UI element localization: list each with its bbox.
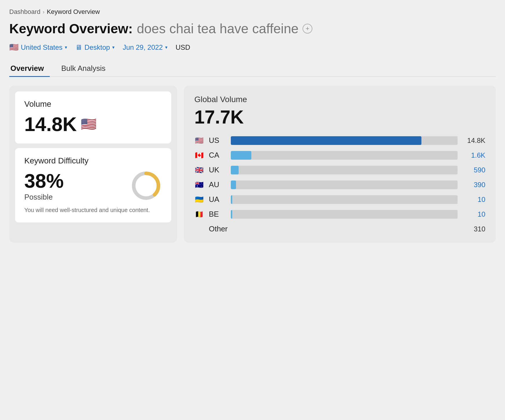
currency-display: USD bbox=[176, 43, 190, 51]
bar-row: 🇧🇪 BE 10 bbox=[194, 210, 485, 219]
bar-chart: 🇺🇸 US 14.8K 🇨🇦 CA 1.6K 🇬🇧 UK 590 🇦🇺 AU bbox=[194, 136, 485, 219]
device-icon: 🖥 bbox=[75, 43, 82, 51]
date-filter[interactable]: Jun 29, 2022 ▾ bbox=[123, 43, 167, 51]
left-column: Volume 14.8K 🇺🇸 Keyword Difficulty 38% P… bbox=[9, 86, 177, 243]
kd-left: 38% Possible bbox=[24, 170, 64, 202]
bar-track bbox=[231, 195, 458, 204]
kd-row: 38% Possible bbox=[24, 170, 162, 202]
bar-value: 14.8K bbox=[462, 137, 485, 145]
device-label: Desktop bbox=[84, 43, 110, 51]
bar-flag: 🇨🇦 bbox=[194, 151, 204, 159]
date-chevron: ▾ bbox=[165, 45, 167, 50]
country-label: United States bbox=[21, 43, 62, 51]
bar-flag: 🇺🇦 bbox=[194, 196, 204, 204]
main-content: Volume 14.8K 🇺🇸 Keyword Difficulty 38% P… bbox=[9, 86, 496, 243]
other-label: Other bbox=[209, 224, 228, 233]
kd-percent: 38% bbox=[24, 170, 64, 192]
bar-fill bbox=[231, 151, 251, 160]
kd-card: Keyword Difficulty 38% Possible You will… bbox=[15, 148, 171, 222]
bar-track bbox=[231, 136, 458, 145]
breadcrumb: Dashboard › Keyword Overview bbox=[9, 8, 496, 16]
kd-label: Keyword Difficulty bbox=[24, 156, 162, 165]
add-keyword-button[interactable]: + bbox=[303, 24, 312, 34]
volume-flag: 🇺🇸 bbox=[81, 117, 97, 132]
bar-country: BE bbox=[209, 210, 226, 219]
bar-row: 🇦🇺 AU 390 bbox=[194, 180, 485, 189]
device-chevron: ▾ bbox=[112, 45, 115, 50]
volume-label: Volume bbox=[24, 100, 162, 109]
global-volume-value: 17.7K bbox=[194, 106, 485, 128]
volume-number: 14.8K bbox=[24, 113, 77, 135]
bar-fill bbox=[231, 195, 232, 204]
bar-fill bbox=[231, 166, 239, 174]
keyword-text: does chai tea have caffeine bbox=[137, 21, 298, 36]
tab-bulk-analysis[interactable]: Bulk Analysis bbox=[60, 60, 111, 76]
bar-track bbox=[231, 180, 458, 189]
bar-track bbox=[231, 166, 458, 174]
bar-track bbox=[231, 210, 458, 219]
bar-country: CA bbox=[209, 151, 226, 160]
global-volume-label: Global Volume bbox=[194, 95, 485, 104]
bar-row: 🇺🇦 UA 10 bbox=[194, 195, 485, 204]
bar-fill bbox=[231, 210, 232, 219]
date-label: Jun 29, 2022 bbox=[123, 43, 163, 51]
bar-fill bbox=[231, 136, 421, 145]
volume-value: 14.8K 🇺🇸 bbox=[24, 113, 162, 135]
country-flag: 🇺🇸 bbox=[9, 43, 19, 52]
kd-status: Possible bbox=[24, 193, 64, 202]
other-row: Other 310 bbox=[194, 224, 485, 233]
country-filter[interactable]: 🇺🇸 United States ▾ bbox=[9, 43, 67, 52]
bar-value: 1.6K bbox=[462, 151, 485, 159]
bar-row: 🇬🇧 UK 590 bbox=[194, 165, 485, 174]
tab-overview[interactable]: Overview bbox=[9, 60, 50, 76]
bar-flag: 🇺🇸 bbox=[194, 137, 204, 145]
bar-country: US bbox=[209, 136, 226, 145]
bar-value: 10 bbox=[462, 196, 485, 204]
volume-card: Volume 14.8K 🇺🇸 bbox=[15, 91, 171, 143]
bar-value: 590 bbox=[462, 166, 485, 174]
bar-flag: 🇬🇧 bbox=[194, 166, 204, 174]
bar-flag: 🇦🇺 bbox=[194, 181, 204, 189]
breadcrumb-separator: › bbox=[43, 9, 45, 15]
bar-row: 🇨🇦 CA 1.6K bbox=[194, 151, 485, 160]
bar-fill bbox=[231, 180, 236, 189]
other-value: 310 bbox=[474, 225, 485, 233]
donut-svg bbox=[130, 170, 162, 202]
kd-donut-chart bbox=[130, 170, 162, 202]
tab-bar: Overview Bulk Analysis bbox=[9, 60, 496, 77]
kd-note: You will need well-structured and unique… bbox=[24, 206, 162, 214]
bar-value: 390 bbox=[462, 181, 485, 189]
page-title-prefix: Keyword Overview: bbox=[9, 21, 133, 36]
bar-flag: 🇧🇪 bbox=[194, 210, 204, 218]
device-filter[interactable]: 🖥 Desktop ▾ bbox=[75, 43, 115, 51]
page-title-container: Keyword Overview: does chai tea have caf… bbox=[9, 21, 496, 36]
bar-value: 10 bbox=[462, 210, 485, 218]
bar-country: UA bbox=[209, 195, 226, 204]
filter-bar: 🇺🇸 United States ▾ 🖥 Desktop ▾ Jun 29, 2… bbox=[9, 43, 496, 52]
bar-row: 🇺🇸 US 14.8K bbox=[194, 136, 485, 145]
breadcrumb-current: Keyword Overview bbox=[47, 8, 100, 16]
country-chevron: ▾ bbox=[65, 45, 67, 50]
bar-track bbox=[231, 151, 458, 160]
breadcrumb-parent[interactable]: Dashboard bbox=[9, 8, 40, 16]
bar-country: AU bbox=[209, 180, 226, 189]
right-column: Global Volume 17.7K 🇺🇸 US 14.8K 🇨🇦 CA 1.… bbox=[184, 86, 496, 243]
bar-country: UK bbox=[209, 165, 226, 174]
